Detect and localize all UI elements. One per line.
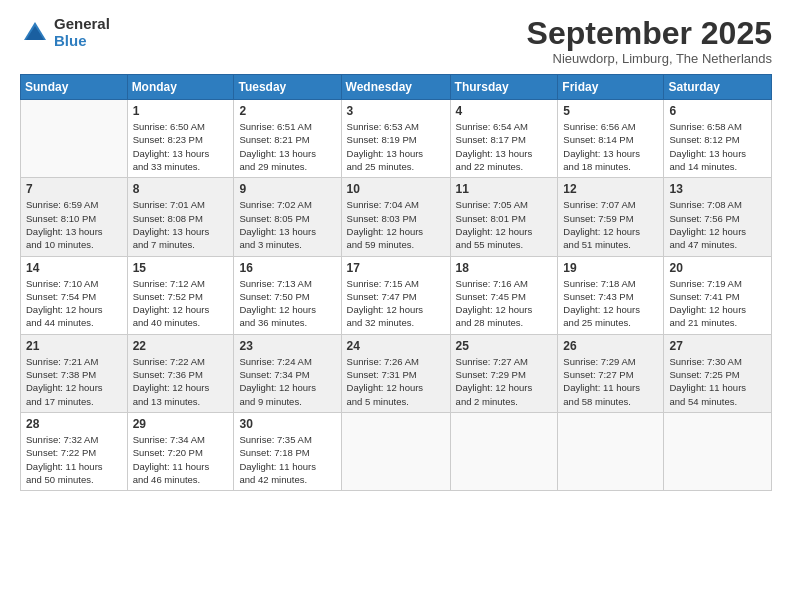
day-info: Sunrise: 6:51 AM Sunset: 8:21 PM Dayligh… xyxy=(239,120,335,173)
day-number: 8 xyxy=(133,182,229,196)
day-number: 26 xyxy=(563,339,658,353)
calendar-cell xyxy=(558,412,664,490)
calendar-week-4: 21Sunrise: 7:21 AM Sunset: 7:38 PM Dayli… xyxy=(21,334,772,412)
logo-icon xyxy=(20,18,50,48)
day-number: 10 xyxy=(347,182,445,196)
day-info: Sunrise: 6:59 AM Sunset: 8:10 PM Dayligh… xyxy=(26,198,122,251)
day-info: Sunrise: 7:32 AM Sunset: 7:22 PM Dayligh… xyxy=(26,433,122,486)
calendar-cell: 12Sunrise: 7:07 AM Sunset: 7:59 PM Dayli… xyxy=(558,178,664,256)
header-saturday: Saturday xyxy=(664,75,772,100)
calendar-cell xyxy=(341,412,450,490)
calendar-cell: 26Sunrise: 7:29 AM Sunset: 7:27 PM Dayli… xyxy=(558,334,664,412)
day-info: Sunrise: 7:04 AM Sunset: 8:03 PM Dayligh… xyxy=(347,198,445,251)
day-info: Sunrise: 7:29 AM Sunset: 7:27 PM Dayligh… xyxy=(563,355,658,408)
page: General Blue September 2025 Nieuwdorp, L… xyxy=(0,0,792,612)
calendar-cell: 17Sunrise: 7:15 AM Sunset: 7:47 PM Dayli… xyxy=(341,256,450,334)
calendar-cell: 7Sunrise: 6:59 AM Sunset: 8:10 PM Daylig… xyxy=(21,178,128,256)
day-number: 5 xyxy=(563,104,658,118)
day-info: Sunrise: 6:53 AM Sunset: 8:19 PM Dayligh… xyxy=(347,120,445,173)
logo-blue: Blue xyxy=(54,33,110,50)
day-number: 17 xyxy=(347,261,445,275)
day-number: 4 xyxy=(456,104,553,118)
calendar-cell: 15Sunrise: 7:12 AM Sunset: 7:52 PM Dayli… xyxy=(127,256,234,334)
day-number: 18 xyxy=(456,261,553,275)
day-info: Sunrise: 7:26 AM Sunset: 7:31 PM Dayligh… xyxy=(347,355,445,408)
day-number: 20 xyxy=(669,261,766,275)
calendar-cell: 16Sunrise: 7:13 AM Sunset: 7:50 PM Dayli… xyxy=(234,256,341,334)
day-number: 16 xyxy=(239,261,335,275)
calendar-cell: 18Sunrise: 7:16 AM Sunset: 7:45 PM Dayli… xyxy=(450,256,558,334)
calendar-week-2: 7Sunrise: 6:59 AM Sunset: 8:10 PM Daylig… xyxy=(21,178,772,256)
day-info: Sunrise: 7:24 AM Sunset: 7:34 PM Dayligh… xyxy=(239,355,335,408)
calendar-cell: 2Sunrise: 6:51 AM Sunset: 8:21 PM Daylig… xyxy=(234,100,341,178)
day-number: 15 xyxy=(133,261,229,275)
calendar-cell: 5Sunrise: 6:56 AM Sunset: 8:14 PM Daylig… xyxy=(558,100,664,178)
calendar-cell: 23Sunrise: 7:24 AM Sunset: 7:34 PM Dayli… xyxy=(234,334,341,412)
day-info: Sunrise: 7:12 AM Sunset: 7:52 PM Dayligh… xyxy=(133,277,229,330)
day-info: Sunrise: 7:16 AM Sunset: 7:45 PM Dayligh… xyxy=(456,277,553,330)
calendar-table: Sunday Monday Tuesday Wednesday Thursday… xyxy=(20,74,772,491)
day-info: Sunrise: 7:30 AM Sunset: 7:25 PM Dayligh… xyxy=(669,355,766,408)
calendar-cell: 3Sunrise: 6:53 AM Sunset: 8:19 PM Daylig… xyxy=(341,100,450,178)
day-info: Sunrise: 7:01 AM Sunset: 8:08 PM Dayligh… xyxy=(133,198,229,251)
title-block: September 2025 Nieuwdorp, Limburg, The N… xyxy=(527,16,772,66)
calendar-cell xyxy=(664,412,772,490)
day-info: Sunrise: 7:10 AM Sunset: 7:54 PM Dayligh… xyxy=(26,277,122,330)
calendar-cell: 25Sunrise: 7:27 AM Sunset: 7:29 PM Dayli… xyxy=(450,334,558,412)
day-number: 21 xyxy=(26,339,122,353)
day-number: 13 xyxy=(669,182,766,196)
day-number: 29 xyxy=(133,417,229,431)
day-number: 9 xyxy=(239,182,335,196)
header-sunday: Sunday xyxy=(21,75,128,100)
day-number: 12 xyxy=(563,182,658,196)
calendar-cell: 30Sunrise: 7:35 AM Sunset: 7:18 PM Dayli… xyxy=(234,412,341,490)
month-title: September 2025 xyxy=(527,16,772,51)
day-info: Sunrise: 7:34 AM Sunset: 7:20 PM Dayligh… xyxy=(133,433,229,486)
calendar-week-5: 28Sunrise: 7:32 AM Sunset: 7:22 PM Dayli… xyxy=(21,412,772,490)
calendar-cell xyxy=(450,412,558,490)
subtitle: Nieuwdorp, Limburg, The Netherlands xyxy=(527,51,772,66)
calendar-cell: 27Sunrise: 7:30 AM Sunset: 7:25 PM Dayli… xyxy=(664,334,772,412)
calendar-cell: 19Sunrise: 7:18 AM Sunset: 7:43 PM Dayli… xyxy=(558,256,664,334)
calendar-cell: 6Sunrise: 6:58 AM Sunset: 8:12 PM Daylig… xyxy=(664,100,772,178)
calendar-cell: 28Sunrise: 7:32 AM Sunset: 7:22 PM Dayli… xyxy=(21,412,128,490)
logo-text: General Blue xyxy=(54,16,110,49)
header-monday: Monday xyxy=(127,75,234,100)
day-number: 22 xyxy=(133,339,229,353)
day-info: Sunrise: 7:35 AM Sunset: 7:18 PM Dayligh… xyxy=(239,433,335,486)
calendar-cell: 9Sunrise: 7:02 AM Sunset: 8:05 PM Daylig… xyxy=(234,178,341,256)
header-tuesday: Tuesday xyxy=(234,75,341,100)
day-number: 24 xyxy=(347,339,445,353)
calendar-week-1: 1Sunrise: 6:50 AM Sunset: 8:23 PM Daylig… xyxy=(21,100,772,178)
day-number: 27 xyxy=(669,339,766,353)
calendar-cell: 1Sunrise: 6:50 AM Sunset: 8:23 PM Daylig… xyxy=(127,100,234,178)
calendar-week-3: 14Sunrise: 7:10 AM Sunset: 7:54 PM Dayli… xyxy=(21,256,772,334)
header-wednesday: Wednesday xyxy=(341,75,450,100)
calendar-cell: 11Sunrise: 7:05 AM Sunset: 8:01 PM Dayli… xyxy=(450,178,558,256)
day-info: Sunrise: 6:58 AM Sunset: 8:12 PM Dayligh… xyxy=(669,120,766,173)
header-thursday: Thursday xyxy=(450,75,558,100)
logo-general: General xyxy=(54,16,110,33)
day-number: 25 xyxy=(456,339,553,353)
calendar-cell: 21Sunrise: 7:21 AM Sunset: 7:38 PM Dayli… xyxy=(21,334,128,412)
header-friday: Friday xyxy=(558,75,664,100)
day-number: 6 xyxy=(669,104,766,118)
day-info: Sunrise: 7:07 AM Sunset: 7:59 PM Dayligh… xyxy=(563,198,658,251)
day-info: Sunrise: 7:13 AM Sunset: 7:50 PM Dayligh… xyxy=(239,277,335,330)
day-info: Sunrise: 7:18 AM Sunset: 7:43 PM Dayligh… xyxy=(563,277,658,330)
day-info: Sunrise: 7:15 AM Sunset: 7:47 PM Dayligh… xyxy=(347,277,445,330)
day-info: Sunrise: 6:54 AM Sunset: 8:17 PM Dayligh… xyxy=(456,120,553,173)
calendar-cell: 10Sunrise: 7:04 AM Sunset: 8:03 PM Dayli… xyxy=(341,178,450,256)
day-number: 2 xyxy=(239,104,335,118)
logo: General Blue xyxy=(20,16,110,49)
day-info: Sunrise: 7:02 AM Sunset: 8:05 PM Dayligh… xyxy=(239,198,335,251)
calendar-cell: 13Sunrise: 7:08 AM Sunset: 7:56 PM Dayli… xyxy=(664,178,772,256)
calendar-cell: 14Sunrise: 7:10 AM Sunset: 7:54 PM Dayli… xyxy=(21,256,128,334)
header-row: Sunday Monday Tuesday Wednesday Thursday… xyxy=(21,75,772,100)
day-info: Sunrise: 7:08 AM Sunset: 7:56 PM Dayligh… xyxy=(669,198,766,251)
day-info: Sunrise: 7:27 AM Sunset: 7:29 PM Dayligh… xyxy=(456,355,553,408)
day-number: 19 xyxy=(563,261,658,275)
day-info: Sunrise: 7:21 AM Sunset: 7:38 PM Dayligh… xyxy=(26,355,122,408)
day-info: Sunrise: 6:50 AM Sunset: 8:23 PM Dayligh… xyxy=(133,120,229,173)
calendar-cell: 4Sunrise: 6:54 AM Sunset: 8:17 PM Daylig… xyxy=(450,100,558,178)
